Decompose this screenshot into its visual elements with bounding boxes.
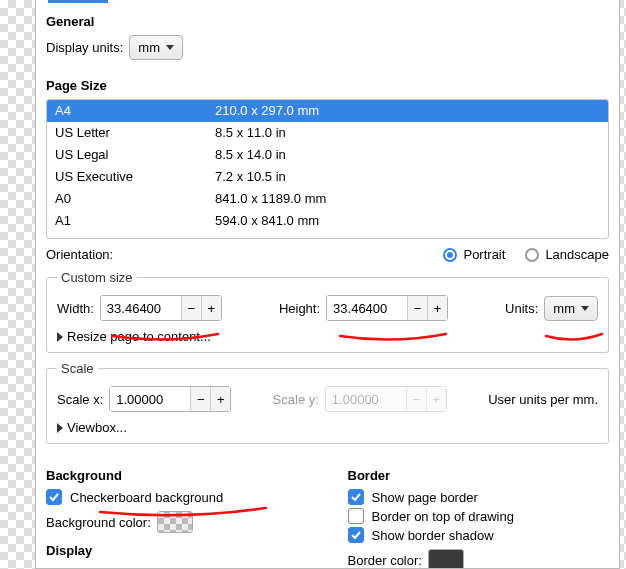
page-size-dims: 8.5 x 11.0 in	[215, 124, 600, 142]
border-color-swatch[interactable]	[428, 549, 464, 569]
page-size-row[interactable]: US Legal8.5 x 14.0 in	[47, 144, 608, 166]
resize-to-content-expander[interactable]: Resize page to content...	[57, 329, 598, 344]
triangle-right-icon	[57, 332, 63, 342]
orientation-portrait-radio[interactable]: Portrait	[443, 247, 505, 262]
orientation-label: Orientation:	[46, 247, 113, 262]
scale-x-input[interactable]	[110, 387, 190, 411]
page-size-row[interactable]: US Executive7.2 x 10.5 in	[47, 166, 608, 188]
width-input[interactable]	[101, 296, 181, 320]
active-tab-indicator	[48, 0, 108, 3]
checkbox-icon	[348, 489, 364, 505]
page-size-dims: 8.5 x 14.0 in	[215, 146, 600, 164]
scale-y-spinbox: − +	[325, 386, 447, 412]
display-units-value: mm	[138, 40, 160, 55]
scale-x-label: Scale x:	[57, 392, 103, 407]
border-top-label: Border on top of drawing	[372, 509, 514, 524]
scale-y-input	[326, 387, 406, 411]
radio-dot-icon	[525, 248, 539, 262]
page-size-dims: 841.0 x 1189.0 mm	[215, 190, 600, 208]
border-color-label: Border color:	[348, 553, 422, 568]
section-page-size: Page Size	[46, 78, 609, 93]
height-decrement[interactable]: −	[407, 296, 427, 320]
width-increment[interactable]: +	[201, 296, 221, 320]
chevron-down-icon	[166, 45, 174, 50]
page-size-row[interactable]: A1594.0 x 841.0 mm	[47, 210, 608, 232]
page-size-name: A4	[55, 102, 215, 120]
page-size-name: US Letter	[55, 124, 215, 142]
page-size-list[interactable]: A4210.0 x 297.0 mmUS Letter8.5 x 11.0 in…	[46, 99, 609, 239]
resize-to-content-label: Resize page to content...	[67, 329, 211, 344]
custom-size-legend: Custom size	[57, 270, 137, 285]
page-size-dims: 210.0 x 297.0 mm	[215, 102, 600, 120]
page-size-name: US Executive	[55, 168, 215, 186]
background-color-swatch[interactable]	[157, 511, 193, 533]
display-units-select[interactable]: mm	[129, 35, 183, 60]
section-general: General	[46, 14, 609, 29]
height-spinbox[interactable]: − +	[326, 295, 448, 321]
show-border-checkbox[interactable]: Show page border	[348, 489, 610, 505]
viewbox-label: Viewbox...	[67, 420, 127, 435]
page-size-row[interactable]: US Letter8.5 x 11.0 in	[47, 122, 608, 144]
show-shadow-checkbox[interactable]: Show border shadow	[348, 527, 610, 543]
height-label: Height:	[279, 301, 320, 316]
user-units-label: User units per mm.	[488, 392, 598, 407]
section-border: Border	[348, 468, 610, 483]
width-label: Width:	[57, 301, 94, 316]
chevron-down-icon	[581, 306, 589, 311]
page-size-dims: 420.0 x 594.0 mm	[215, 234, 600, 239]
width-spinbox[interactable]: − +	[100, 295, 222, 321]
section-display: Display	[46, 543, 308, 558]
checkbox-icon	[46, 489, 62, 505]
page-size-row[interactable]: A2420.0 x 594.0 mm	[47, 232, 608, 239]
orientation-portrait-label: Portrait	[463, 247, 505, 262]
checkerboard-label: Checkerboard background	[70, 490, 223, 505]
page-size-dims: 594.0 x 841.0 mm	[215, 212, 600, 230]
triangle-right-icon	[57, 423, 63, 433]
border-top-checkbox[interactable]: Border on top of drawing	[348, 508, 610, 524]
background-color-label: Background color:	[46, 515, 151, 530]
scale-x-spinbox[interactable]: − +	[109, 386, 231, 412]
scale-y-increment: +	[426, 387, 446, 411]
checkerboard-checkbox[interactable]: Checkerboard background	[46, 489, 308, 505]
document-properties-panel: General Display units: mm Page Size A421…	[35, 0, 620, 569]
height-increment[interactable]: +	[427, 296, 447, 320]
custom-size-group: Custom size Width: − + Height: − +	[46, 270, 609, 353]
section-background: Background	[46, 468, 308, 483]
orientation-landscape-radio[interactable]: Landscape	[525, 247, 609, 262]
scale-y-label: Scale y:	[273, 392, 319, 407]
units-label: Units:	[505, 301, 538, 316]
page-size-name: US Legal	[55, 146, 215, 164]
viewbox-expander[interactable]: Viewbox...	[57, 420, 598, 435]
scale-y-decrement: −	[406, 387, 426, 411]
height-input[interactable]	[327, 296, 407, 320]
checkbox-icon	[348, 508, 364, 524]
custom-units-value: mm	[553, 301, 575, 316]
radio-dot-icon	[443, 248, 457, 262]
show-border-label: Show page border	[372, 490, 478, 505]
display-units-label: Display units:	[46, 40, 123, 55]
page-size-row[interactable]: A0841.0 x 1189.0 mm	[47, 188, 608, 210]
checkbox-icon	[348, 527, 364, 543]
custom-units-select[interactable]: mm	[544, 296, 598, 321]
page-size-dims: 7.2 x 10.5 in	[215, 168, 600, 186]
width-decrement[interactable]: −	[181, 296, 201, 320]
scale-group: Scale Scale x: − + Scale y: − + U	[46, 361, 609, 444]
scale-x-increment[interactable]: +	[210, 387, 230, 411]
page-size-name: A2	[55, 234, 215, 239]
scale-x-decrement[interactable]: −	[190, 387, 210, 411]
page-size-name: A0	[55, 190, 215, 208]
scale-legend: Scale	[57, 361, 98, 376]
show-shadow-label: Show border shadow	[372, 528, 494, 543]
page-size-row[interactable]: A4210.0 x 297.0 mm	[47, 100, 608, 122]
page-size-name: A1	[55, 212, 215, 230]
orientation-landscape-label: Landscape	[545, 247, 609, 262]
